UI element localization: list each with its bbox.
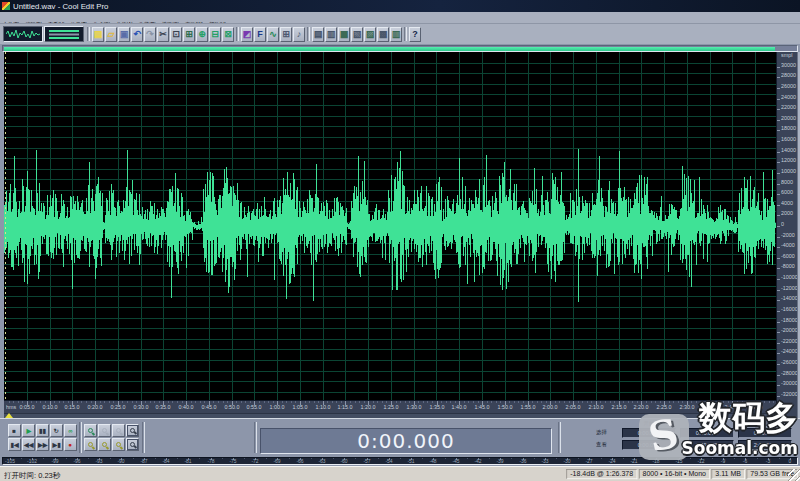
zoom-window-button[interactable]: ▩ <box>377 27 389 42</box>
timeline-tick <box>213 401 214 403</box>
meter-tick-label: -66 <box>296 459 303 464</box>
amplitude-tick <box>777 141 780 142</box>
menubar: 文件(F)编辑(E)查看(V)效果(T)生成(G)分析(A)收藏(R)选项(O)… <box>0 12 800 24</box>
timeline-tick-label: 2:30.0 <box>679 405 694 410</box>
copy-to-new-button[interactable]: ⊟ <box>209 27 221 42</box>
open-file-button[interactable]: ▱ <box>105 27 117 42</box>
meter-tick-label: -90 <box>118 459 125 464</box>
paste-button[interactable]: ⊞ <box>183 27 195 42</box>
magnifier-frame <box>127 425 138 436</box>
timeline-tick <box>450 401 451 403</box>
copy-button[interactable]: ⊡ <box>170 27 182 42</box>
spectral-view-button[interactable]: ◩ <box>241 27 253 42</box>
play-button[interactable]: ▶ <box>22 424 35 437</box>
cut-button[interactable]: ✂ <box>157 27 169 42</box>
zoom-out-full-button[interactable] <box>98 438 111 451</box>
meter-minor-tick <box>199 458 200 459</box>
selview-value-box[interactable]: 2:49.576 <box>738 440 792 450</box>
overview-bar[interactable] <box>2 45 798 52</box>
zoom-to-selection-button[interactable] <box>126 424 139 437</box>
transport-window-icon: ▨ <box>366 30 375 39</box>
pause-icon: ▮▮ <box>39 427 46 433</box>
timeline-tick-label: 1:55.0 <box>520 405 535 410</box>
selview-value-box[interactable]: 0:00.000 <box>622 428 676 438</box>
timeline-tick <box>582 401 583 403</box>
magnifier-icon <box>88 428 93 433</box>
phase-analysis-button[interactable]: ∿ <box>267 27 279 42</box>
timeline-tick-label: 0:05.0 <box>19 405 34 410</box>
level-meter[interactable]: -105-102-99-96-93-90-87-84-81-78-75-72-6… <box>2 457 798 465</box>
rewind-button[interactable]: ◀◀ <box>22 438 35 451</box>
statistics-icon: ⊞ <box>282 30 290 39</box>
record-button[interactable]: ● <box>64 438 77 451</box>
spectral-view-icon: ◩ <box>243 30 252 39</box>
undo-button[interactable]: ↶ <box>131 27 143 42</box>
selview-value-box[interactable]: 0:00.000 <box>738 428 792 438</box>
delete-button[interactable]: ⊠ <box>222 27 234 42</box>
meter-tick-label: -63 <box>318 459 325 464</box>
new-file-button[interactable]: ▤ <box>92 27 104 42</box>
zoom-in-left-edge-button[interactable] <box>98 424 111 437</box>
multitrack-view-button[interactable] <box>44 26 84 42</box>
waveform-view-button[interactable] <box>3 26 43 42</box>
find-beats-button[interactable]: ♪ <box>293 27 305 42</box>
pause-button[interactable]: ▮▮ <box>36 424 49 437</box>
timeline-tick <box>191 401 192 403</box>
meter-minor-tick <box>534 458 535 459</box>
timeline-tick <box>487 401 488 403</box>
amplitude-ruler[interactable]: smpl 30000280002600024000220002000018000… <box>776 52 797 418</box>
help-button[interactable]: ? <box>409 27 421 42</box>
timeline-tick <box>396 401 397 403</box>
magnifier-icon <box>130 428 135 433</box>
rewind-icon: ◀◀ <box>24 441 34 447</box>
organizer-button[interactable]: ▧ <box>351 27 363 42</box>
fast-forward-button[interactable]: ▶▶ <box>36 438 49 451</box>
timeline-tick <box>59 401 60 403</box>
zoom-vertical-button[interactable] <box>112 438 125 451</box>
zoom-in-horizontal-button[interactable] <box>84 424 97 437</box>
zoom-out-vertical-button[interactable] <box>126 438 139 451</box>
titlebar[interactable]: Untitled.wav - Cool Edit Pro <box>0 0 800 12</box>
timeline-tick <box>514 401 515 403</box>
play-looped-button[interactable]: ↻ <box>50 424 63 437</box>
zoom-out-horizontal-button[interactable] <box>84 438 97 451</box>
go-to-end-button[interactable]: ▶▮ <box>50 438 63 451</box>
meter-minor-tick <box>511 458 512 459</box>
waveform-display[interactable] <box>4 52 776 400</box>
selview-value-box[interactable]: 0:00.000 <box>680 428 734 438</box>
play-icon: ▶ <box>26 427 31 433</box>
timeline-tick <box>682 401 683 403</box>
cue-list-button[interactable]: ▤ <box>312 27 324 42</box>
timeline-tick <box>373 401 374 403</box>
timeline-tick <box>673 401 674 403</box>
level-meters-button[interactable]: ▥ <box>390 27 402 42</box>
meter-minor-tick <box>21 458 22 459</box>
timeline-ruler[interactable]: hms 0:05.00:10.00:15.00:20.00:25.00:30.0… <box>4 400 776 418</box>
stop-button[interactable]: ■ <box>8 424 21 437</box>
amplitude-tick-label: 26000 <box>781 84 796 89</box>
frequency-analysis-button[interactable]: F <box>254 27 266 42</box>
redo-button[interactable]: ↷ <box>144 27 156 42</box>
mix-paste-button[interactable]: ⊕ <box>196 27 208 42</box>
statistics-button[interactable]: ⊞ <box>280 27 292 42</box>
zoom-in-right-edge-button[interactable] <box>112 424 125 437</box>
go-to-start-button[interactable]: ▮◀ <box>8 438 21 451</box>
selview-value-box[interactable]: 2:49.576 <box>680 440 734 450</box>
meter-tick-label: -18 <box>653 459 660 464</box>
selview-header-0: 开始 <box>633 421 665 426</box>
transport-window-button[interactable]: ▨ <box>364 27 376 42</box>
overview-range-handle[interactable] <box>4 47 775 51</box>
timeline-tick <box>154 401 155 403</box>
timeline-tick <box>555 401 556 403</box>
mixer-button[interactable]: ▦ <box>338 27 350 42</box>
loop-button[interactable]: ∞ <box>64 424 77 437</box>
timeline-tick-label: 0:45.0 <box>201 405 216 410</box>
selview-value-box[interactable]: 0:00.000 <box>622 440 676 450</box>
meter-minor-tick <box>177 458 178 459</box>
playlist-button[interactable]: ▥ <box>325 27 337 42</box>
fast-forward-icon: ▶▶ <box>38 441 48 447</box>
timeline-tick <box>295 401 296 403</box>
loop-icon: ∞ <box>68 427 72 433</box>
resize-grip[interactable] <box>788 469 800 481</box>
save-file-button[interactable]: ▣ <box>118 27 130 42</box>
